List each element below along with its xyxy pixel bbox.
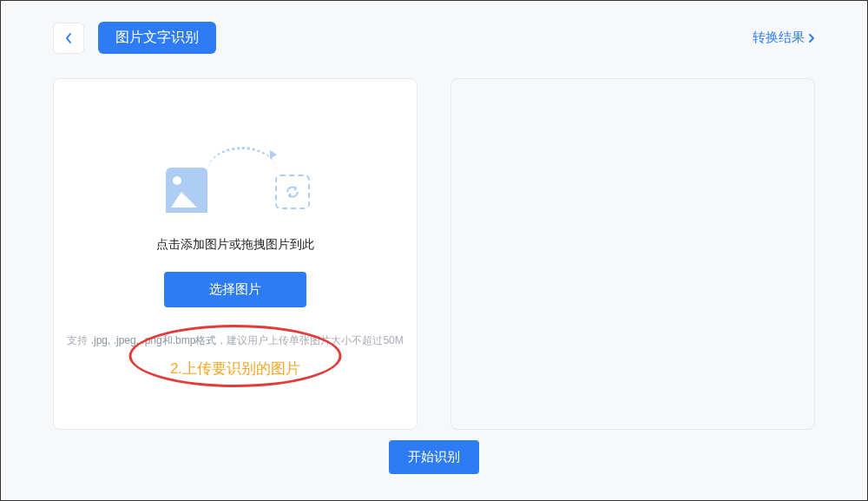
results-link-label: 转换结果 [753, 30, 805, 46]
start-recognition-button[interactable]: 开始识别 [389, 440, 479, 474]
header: 图片文字识别 转换结果 [53, 22, 815, 54]
chevron-left-icon [64, 32, 73, 44]
start-button-wrap: 开始识别 [53, 440, 815, 474]
upload-panel[interactable]: 点击添加图片或拖拽图片到此 选择图片 支持 .jpg, .jpeg, .png和… [53, 78, 418, 430]
header-left: 图片文字识别 [53, 22, 216, 54]
back-button[interactable] [53, 23, 84, 54]
format-prefix: 支持 [67, 334, 90, 346]
arrow-icon [207, 147, 277, 171]
upload-hint: 点击添加图片或拖拽图片到此 [156, 237, 314, 253]
select-image-button[interactable]: 选择图片 [164, 272, 306, 307]
refresh-icon [284, 183, 301, 201]
page-title: 图片文字识别 [98, 22, 216, 54]
sync-box-icon [275, 175, 310, 209]
format-highlight: .jpg, .jpeg, .png和.bmp格式 [91, 334, 217, 346]
panels: 点击添加图片或拖拽图片到此 选择图片 支持 .jpg, .jpeg, .png和… [53, 78, 815, 430]
upload-illustration [157, 152, 313, 213]
step-label: 2.上传要识别的图片 [170, 359, 300, 379]
arrow-head-icon [270, 150, 277, 159]
image-icon [166, 168, 207, 213]
format-suffix: ，建议用户上传单张图片大小不超过50M [216, 334, 403, 346]
format-hint: 支持 .jpg, .jpeg, .png和.bmp格式，建议用户上传单张图片大小… [60, 333, 410, 348]
chevron-right-icon [808, 33, 815, 43]
results-link[interactable]: 转换结果 [753, 30, 815, 46]
result-panel [450, 78, 815, 430]
